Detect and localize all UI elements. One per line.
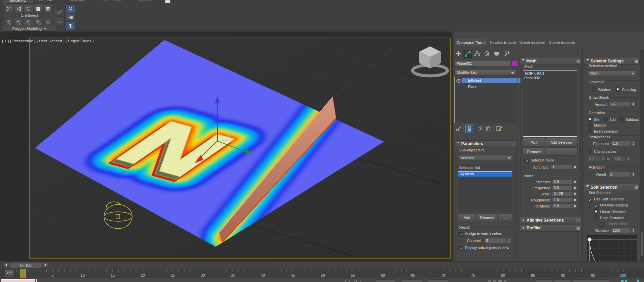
- status-field[interactable]: [376, 279, 396, 282]
- ribbon-tab-populate[interactable]: Populate: [135, 0, 156, 3]
- stack-item-tyselect[interactable]: tySelect: [462, 78, 521, 83]
- panel-splitter[interactable]: [451, 32, 453, 261]
- panel-title-bar[interactable]: Polygon Modeling: [3, 26, 56, 31]
- vertex-mode-button[interactable]: [4, 5, 14, 13]
- strength-spinner[interactable]: 0.0: [552, 179, 577, 184]
- status-icon[interactable]: [356, 280, 361, 282]
- remove-button[interactable]: Remove: [477, 214, 497, 221]
- spinner-value[interactable]: 10.0: [611, 228, 631, 233]
- tab-command-panel[interactable]: Command Panel: [455, 39, 487, 46]
- modify-tab-button[interactable]: [464, 50, 472, 58]
- make-unique-icon[interactable]: [477, 126, 484, 132]
- time-ruler[interactable]: 0 5 10 15 20 25 30 35 40 45 50 55 60 65 …: [15, 269, 629, 279]
- display-subobjects-row[interactable]: ✓Display sub-objects in view: [459, 246, 509, 251]
- preview-off-button[interactable]: [4, 18, 14, 27]
- trash-icon[interactable]: [485, 125, 491, 132]
- spinner-arrows[interactable]: [573, 203, 577, 208]
- invert-selection-row[interactable]: Invert selection: [588, 129, 618, 133]
- keying-mode-field[interactable]: [572, 279, 609, 282]
- stack-item-plane[interactable]: Plane: [462, 84, 521, 89]
- parameters-rollout-header[interactable]: Parameters: [454, 140, 516, 147]
- ribbon-tab-modeling[interactable]: Modeling: [3, 0, 33, 3]
- spinner-arrows[interactable]: [573, 164, 577, 170]
- linear-distance-row[interactable]: Linear Distance: [594, 209, 626, 214]
- viewport-label[interactable]: [ + ] [ Perspective ] [ User Defined ] […: [2, 39, 94, 43]
- amount-spinner[interactable]: -5: [610, 102, 635, 107]
- selection-listbox[interactable]: [=] Mesh: [458, 171, 512, 212]
- remove-button[interactable]: Remove: [523, 147, 545, 156]
- modifier-visibility-cell[interactable]: [455, 78, 462, 83]
- mesh-rollout-header[interactable]: Mesh: [520, 58, 581, 65]
- frequency-spinner[interactable]: 0.0: [552, 185, 577, 190]
- spinner-arrows[interactable]: [573, 191, 577, 196]
- element-mode-button[interactable]: [43, 5, 53, 13]
- pin-stack-icon[interactable]: [456, 126, 462, 132]
- time-slider[interactable]: [20, 269, 26, 278]
- next-frame-button[interactable]: [43, 263, 48, 268]
- radio-multiply[interactable]: [588, 123, 592, 127]
- additive-selections-rollout-header[interactable]: Additive Selections: [520, 217, 581, 224]
- add-button[interactable]: Add: [458, 214, 476, 221]
- spinner-arrows[interactable]: [631, 102, 635, 107]
- cube-highlight-button[interactable]: [34, 18, 43, 27]
- pin-horizontal-button[interactable]: [66, 14, 75, 21]
- utilities-tab-button[interactable]: [503, 50, 511, 57]
- scale-spinner[interactable]: 0.125: [552, 191, 577, 196]
- ribbon-tab-selection[interactable]: Selection: [66, 0, 89, 3]
- spinner-arrows[interactable]: [573, 185, 577, 190]
- status-icon[interactable]: [351, 280, 355, 282]
- checkbox-unchecked[interactable]: [588, 149, 592, 153]
- ribbon-tab-freeform[interactable]: Freeform: [35, 0, 58, 3]
- sphere-button[interactable]: [43, 18, 53, 27]
- preview-subobj-button[interactable]: [14, 18, 23, 27]
- ribbon-config-icon[interactable]: [165, 0, 170, 3]
- tab-houdini-engine[interactable]: Houdini Engine: [490, 39, 516, 46]
- status-field[interactable]: [428, 279, 448, 282]
- spinner-arrows[interactable]: [573, 197, 577, 202]
- spinner-value[interactable]: 1.0: [552, 197, 572, 202]
- playback-button[interactable]: [498, 280, 502, 282]
- motion-tab-button[interactable]: [483, 50, 491, 57]
- subobject-level-dropdown[interactable]: Vertices: [459, 155, 513, 161]
- object-color-swatch[interactable]: [512, 61, 518, 67]
- timeline-drag-handle[interactable]: [0, 262, 2, 268]
- spinner-value[interactable]: 2.0: [552, 203, 572, 208]
- clamp-max-spinner[interactable]: 1.0: [613, 156, 631, 161]
- playback-button[interactable]: [493, 280, 496, 282]
- iterations-spinner[interactable]: 2.0: [552, 203, 577, 208]
- radio-subtract[interactable]: [619, 117, 624, 122]
- spinner-value[interactable]: 0.0: [552, 185, 572, 190]
- select-if-inside-row[interactable]: ✓Select if inside: [524, 158, 554, 163]
- viewport-canvas[interactable]: N N N N N N: [0, 32, 451, 261]
- spinner-arrows[interactable]: [626, 156, 631, 161]
- spinner-value[interactable]: -5: [610, 102, 631, 107]
- more-button[interactable]: ...: [546, 147, 577, 156]
- list-item[interactable]: Plane002: [523, 76, 577, 80]
- panel-scrollbar[interactable]: [640, 50, 644, 262]
- more-button[interactable]: ...: [498, 214, 512, 221]
- playback-button[interactable]: [504, 280, 506, 282]
- checkbox-checked[interactable]: ✓: [524, 159, 529, 163]
- mesh-listbox[interactable]: TextPlus001 Plane002: [523, 70, 577, 137]
- spinner-value[interactable]: 0.0: [588, 156, 600, 161]
- roughness-spinner[interactable]: 1.0: [552, 197, 577, 202]
- exponent-spinner[interactable]: 1.0: [611, 141, 635, 146]
- hierarchy-tab-button[interactable]: [473, 50, 481, 57]
- edge-distance-row[interactable]: Edge Distance: [594, 215, 624, 220]
- soft-selection-rollout-header[interactable]: Soft Selection: [584, 184, 640, 191]
- edge-mode-button[interactable]: [14, 5, 23, 13]
- profiler-rollout-header[interactable]: Profiler: [520, 225, 581, 232]
- onoff-spinner[interactable]: 1: [608, 172, 635, 177]
- status-icon[interactable]: [345, 280, 350, 282]
- status-field[interactable]: [402, 279, 422, 282]
- radio-window[interactable]: [592, 87, 596, 92]
- modifier-list-dropdown[interactable]: Modifier List: [454, 70, 516, 76]
- show-end-result-button[interactable]: [465, 125, 473, 133]
- stack-down-button[interactable]: [55, 17, 64, 25]
- include-hidden-row[interactable]: ✓Include hidden: [599, 221, 630, 227]
- ribbon-drag-handle[interactable]: [0, 5, 2, 30]
- maxscript-mini-listener[interactable]: [1, 279, 35, 282]
- preview-multi-button[interactable]: [24, 18, 33, 27]
- spinner-value[interactable]: 1.0: [611, 141, 631, 146]
- spinner-value[interactable]: 1.0: [613, 156, 626, 161]
